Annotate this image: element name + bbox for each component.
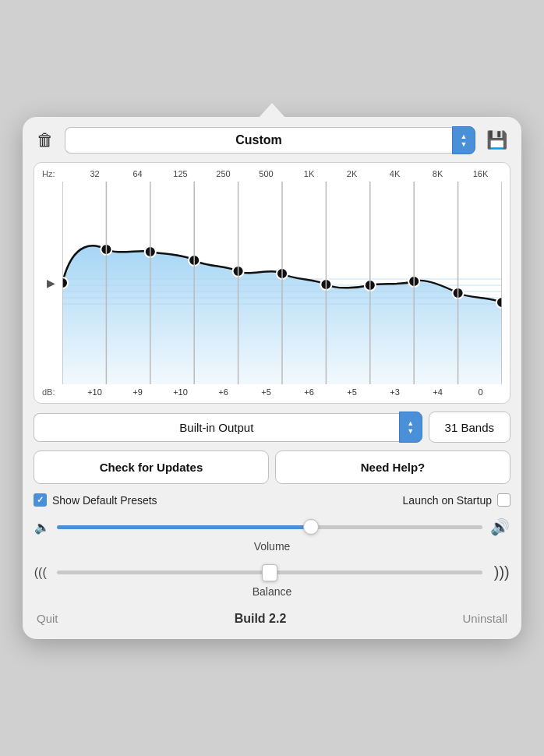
- footer: Quit Build 2.2 Uninstall: [34, 610, 510, 627]
- launch-on-startup-label: Launch on Startup: [403, 494, 492, 507]
- bands-button[interactable]: 31 Bands: [429, 412, 510, 443]
- quit-button[interactable]: Quit: [34, 610, 62, 627]
- svg-point-7: [145, 246, 156, 257]
- main-panel: 🗑 Custom ▲ ▼ 💾 Hz: 32 64 125 250 500 1K …: [23, 117, 521, 639]
- db-label: dB:: [42, 387, 73, 397]
- freq-250: 250: [202, 169, 245, 178]
- uninstall-button[interactable]: Uninstall: [459, 610, 510, 627]
- db-125: +10: [159, 387, 202, 397]
- launch-on-startup-option: Launch on Startup: [403, 493, 510, 507]
- svg-point-8: [189, 255, 200, 266]
- svg-point-14: [453, 288, 464, 299]
- svg-point-6: [101, 244, 111, 255]
- db-16k: 0: [459, 387, 502, 397]
- freq-1k: 1K: [288, 169, 330, 178]
- volume-section: 🔈 🔊 Volume: [34, 518, 510, 553]
- svg-point-12: [365, 280, 376, 291]
- options-row: Show Default Presets Launch on Startup: [34, 493, 510, 507]
- volume-slider[interactable]: [57, 525, 482, 529]
- db-2k: +5: [330, 387, 373, 397]
- balance-slider-row: ((( ))): [34, 563, 510, 581]
- check-updates-button[interactable]: Check for Updates: [34, 450, 269, 484]
- db-500: +5: [245, 387, 288, 397]
- eq-section: Hz: 32 64 125 250 500 1K 2K 4K 8K 16K ▶: [34, 162, 510, 404]
- show-default-presets-checkbox[interactable]: [34, 493, 47, 507]
- launch-on-startup-checkbox[interactable]: [497, 493, 510, 507]
- freq-500: 500: [245, 169, 288, 178]
- balance-right-icon: ))): [489, 563, 510, 581]
- sliders-container: [62, 182, 502, 384]
- freq-8k: 8K: [416, 169, 459, 178]
- db-32: +10: [73, 387, 116, 397]
- preset-display: Custom: [65, 127, 452, 154]
- svg-point-5: [62, 277, 68, 288]
- trash-button[interactable]: 🗑: [34, 127, 57, 154]
- balance-label: Balance: [34, 585, 510, 598]
- chevron-up-icon: ▲: [461, 133, 468, 140]
- svg-point-11: [320, 279, 331, 290]
- balance-slider[interactable]: [57, 571, 482, 574]
- freq-125: 125: [159, 169, 202, 178]
- chevron-down-icon: ▼: [407, 428, 414, 435]
- db-8k: +4: [416, 387, 459, 397]
- action-row: Check for Updates Need Help?: [34, 450, 510, 484]
- hz-label: Hz:: [42, 169, 73, 178]
- preset-select-wrapper: Custom ▲ ▼: [65, 126, 475, 154]
- balance-left-icon: (((: [34, 566, 51, 580]
- freq-32: 32: [73, 169, 116, 178]
- db-labels: dB: +10 +9 +10 +6 +5 +6 +5 +3 +4 0: [42, 387, 502, 397]
- preset-arrows-button[interactable]: ▲ ▼: [452, 126, 475, 154]
- chevron-down-icon: ▼: [461, 141, 468, 148]
- eq-curve-svg: [62, 182, 502, 384]
- db-1k: +6: [288, 387, 330, 397]
- output-arrows-button[interactable]: ▲ ▼: [399, 412, 422, 443]
- svg-point-13: [408, 276, 419, 287]
- output-select-wrapper: Built-in Output ▲ ▼: [34, 412, 422, 443]
- freq-2k: 2K: [330, 169, 373, 178]
- svg-point-10: [277, 268, 288, 279]
- volume-high-icon: 🔊: [489, 518, 510, 536]
- show-default-presets-label: Show Default Presets: [52, 494, 157, 507]
- svg-point-9: [233, 266, 244, 277]
- db-4k: +3: [373, 387, 416, 397]
- output-row: Built-in Output ▲ ▼ 31 Bands: [34, 412, 510, 443]
- play-btn-area: ▶: [42, 182, 59, 384]
- need-help-button[interactable]: Need Help?: [275, 450, 510, 484]
- svg-point-15: [496, 297, 502, 308]
- eq-visual-area: ▶: [42, 182, 502, 384]
- balance-section: ((( ))) Balance: [34, 563, 510, 598]
- db-64: +9: [116, 387, 159, 397]
- freq-64: 64: [116, 169, 159, 178]
- db-250: +6: [202, 387, 245, 397]
- chevron-up-icon: ▲: [407, 420, 414, 427]
- show-default-presets-option: Show Default Presets: [34, 493, 403, 507]
- volume-label: Volume: [34, 540, 510, 553]
- volume-slider-row: 🔈 🔊: [34, 518, 510, 536]
- freq-16k: 16K: [459, 169, 502, 178]
- volume-low-icon: 🔈: [34, 520, 51, 535]
- save-button[interactable]: 💾: [483, 127, 510, 154]
- version-label: Build 2.2: [235, 612, 287, 626]
- output-display: Built-in Output: [34, 413, 399, 442]
- toolbar: 🗑 Custom ▲ ▼ 💾: [23, 117, 521, 162]
- freq-4k: 4K: [373, 169, 416, 178]
- freq-labels: Hz: 32 64 125 250 500 1K 2K 4K 8K 16K: [42, 169, 502, 178]
- play-button[interactable]: ▶: [47, 277, 55, 289]
